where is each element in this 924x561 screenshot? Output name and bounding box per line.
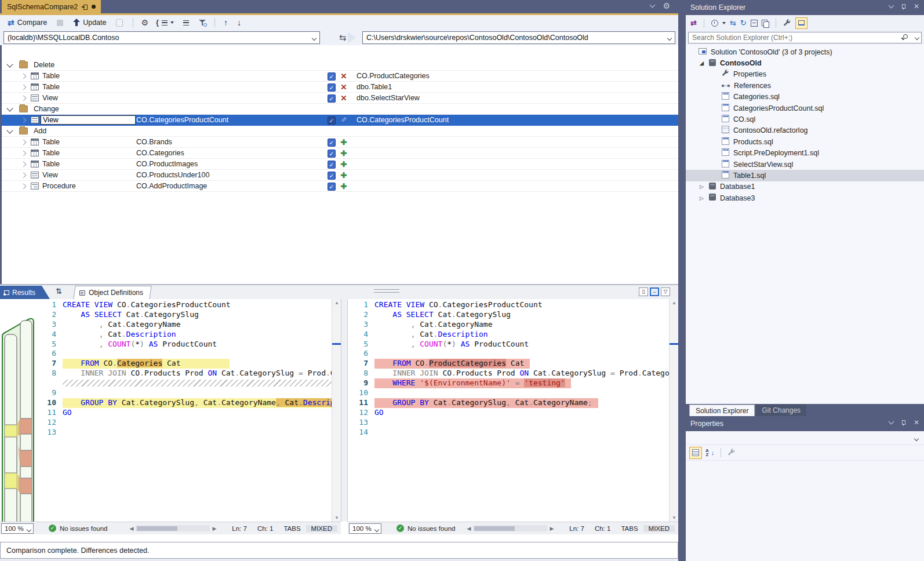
sync-with-active-document-icon[interactable]: ⇆	[730, 19, 736, 27]
tree-item-contosoold[interactable]: ◢ContosoOld	[686, 57, 924, 68]
tree-item-products-sql[interactable]: Products.sql	[686, 136, 924, 147]
pin-icon[interactable]	[901, 420, 906, 425]
collapse-all-icon[interactable]	[751, 20, 758, 27]
tree-item-database1[interactable]: ▷Database1	[686, 181, 924, 192]
group-row-delete[interactable]: Delete	[2, 60, 678, 71]
include-checkbox[interactable]: ✓	[328, 72, 336, 81]
chevron-collapsed-icon[interactable]: ▷	[700, 184, 704, 190]
pin-icon[interactable]	[901, 4, 906, 9]
panel-menu-chevron-icon[interactable]	[888, 419, 894, 425]
previous-difference-button[interactable]: ↑	[220, 18, 231, 27]
compare-row[interactable]: ProcedureCO.AddProductImage✓✚	[2, 181, 678, 192]
tab-solution-explorer[interactable]: Solution Explorer	[689, 405, 755, 416]
tree-item-categories-sql[interactable]: Categories.sql	[686, 92, 924, 103]
categorized-button[interactable]	[689, 447, 702, 459]
tree-item-contosoold-refactorlog[interactable]: ContosoOld.refactorlog	[686, 125, 924, 136]
zoom-level-dropdown[interactable]: 100 %	[349, 523, 381, 534]
chevron-right-icon[interactable]	[21, 140, 27, 145]
refresh-icon[interactable]: ↻	[740, 19, 747, 27]
right-editor-scrollbar[interactable]: ▲ ▼	[669, 299, 678, 522]
document-well-options-gear-icon[interactable]: ⚙	[663, 2, 670, 10]
properties-wrench-icon[interactable]	[783, 19, 791, 27]
tab-object-definitions[interactable]: Object Definitions	[73, 286, 151, 299]
group-row-add[interactable]: Add	[2, 126, 678, 137]
tree-item-solution-contosoold-3-of-3-projects[interactable]: Solution 'ContosoOld' (3 of 3 projects)	[686, 46, 924, 57]
chevron-right-icon[interactable]	[21, 151, 27, 156]
source-code-editor[interactable]: 1CREATE VIEW CO.CategoriesProductCount2 …	[36, 299, 332, 522]
scroll-left-icon[interactable]: ◀	[464, 526, 473, 531]
scroll-right-icon[interactable]: ▶	[547, 526, 556, 531]
tree-item-database3[interactable]: ▷Database3	[686, 192, 924, 203]
property-pages-wrench-icon[interactable]	[727, 449, 736, 457]
alphabetical-sort-icon[interactable]: AZ	[705, 449, 709, 457]
scrollbar-thumb[interactable]	[474, 526, 515, 531]
horizontal-scrollbar[interactable]: ◀ ▶	[464, 525, 556, 531]
chevron-collapsed-icon[interactable]: ▷	[700, 195, 704, 201]
scroll-down-icon[interactable]: ▼	[672, 515, 676, 520]
tree-item-table1-sql[interactable]: Table1.sql	[686, 170, 924, 181]
editor-splitter[interactable]	[341, 299, 348, 522]
tab-results[interactable]: Results	[0, 286, 50, 299]
left-editor-scrollbar[interactable]: ▲ ▼	[332, 299, 341, 522]
show-all-files-icon[interactable]	[762, 20, 769, 27]
close-icon[interactable]: ✕	[914, 3, 919, 9]
compare-row[interactable]: ViewCO.CategoriesProductCount✓✎CO.Catego…	[2, 115, 678, 126]
switch-views-icon[interactable]: ⇄	[690, 19, 697, 27]
include-checkbox[interactable]: ✓	[328, 116, 336, 125]
compare-row[interactable]: TableCO.Categories✓✚	[2, 148, 678, 159]
splitter-grip[interactable]	[374, 289, 399, 293]
group-row-change[interactable]: Change	[2, 104, 678, 115]
tree-item-properties[interactable]: Properties	[686, 69, 924, 80]
compare-row[interactable]: TableCO.ProductImages✓✚	[2, 159, 678, 170]
chevron-right-icon[interactable]	[21, 96, 27, 101]
next-difference-button[interactable]: ↓	[234, 18, 245, 27]
horizontal-split-button[interactable]: −	[650, 287, 659, 296]
search-input[interactable]	[688, 32, 922, 43]
tree-item-script-predeployment1-sql[interactable]: Script.PreDeployment1.sql	[686, 148, 924, 159]
window-divider[interactable]	[678, 0, 686, 561]
target-code-editor[interactable]: 1CREATE VIEW CO.CategoriesProductCount2 …	[348, 299, 669, 522]
chevron-down-icon[interactable]	[722, 22, 726, 24]
chevron-right-icon[interactable]	[21, 184, 27, 190]
filter-icon[interactable]	[199, 19, 206, 26]
update-button[interactable]: Update	[70, 17, 109, 28]
tree-item-co-sql[interactable]: CO.sql	[686, 114, 924, 125]
sort-lines-icon[interactable]	[183, 20, 189, 26]
document-tab[interactable]: SqlSchemaCompare2	[2, 0, 101, 13]
swap-panes-button[interactable]: ⇅	[56, 287, 62, 296]
compare-row[interactable]: Table✓✕dbo.Table1	[2, 82, 678, 93]
include-checkbox[interactable]: ✓	[328, 94, 336, 103]
properties-object-dropdown[interactable]	[686, 431, 924, 445]
pin-icon[interactable]	[82, 4, 88, 9]
target-dropdown[interactable]: C:\Users\drskwier\source\repos\ContosoOl…	[362, 31, 675, 44]
tree-item-selectstarview-sql[interactable]: SelectStarView.sql	[686, 159, 924, 170]
chevron-right-icon[interactable]	[21, 118, 27, 123]
options-gear-icon[interactable]: ⚙	[139, 18, 151, 27]
scroll-left-icon[interactable]: ◀	[127, 526, 136, 531]
scroll-down-icon[interactable]: ▼	[334, 515, 339, 520]
properties-titlebar[interactable]: Properties ✕	[686, 416, 924, 431]
include-checkbox[interactable]: ✓	[328, 172, 336, 180]
chevron-right-icon[interactable]	[21, 162, 27, 167]
chevron-right-icon[interactable]	[21, 74, 27, 79]
chevron-right-icon[interactable]	[21, 85, 27, 90]
chevron-right-icon[interactable]	[21, 173, 27, 178]
tab-git-changes[interactable]: Git Changes	[756, 405, 806, 416]
horizontal-scrollbar[interactable]: ◀ ▶	[127, 525, 219, 531]
zoom-level-dropdown[interactable]: 100 %	[1, 523, 34, 534]
group-by-button[interactable]: {	[153, 17, 177, 28]
include-checkbox[interactable]: ✓	[328, 161, 336, 169]
include-checkbox[interactable]: ✓	[328, 139, 336, 147]
preview-selected-items-button[interactable]	[795, 17, 807, 29]
tab-list-chevron-icon[interactable]	[650, 2, 656, 8]
tree-item-references[interactable]: References	[686, 80, 924, 91]
search-icon[interactable]	[903, 34, 908, 39]
scroll-right-icon[interactable]: ▶	[210, 526, 219, 531]
pending-changes-filter-icon[interactable]	[711, 20, 718, 27]
solution-explorer-titlebar[interactable]: Solution Explorer ✕	[686, 0, 924, 15]
include-checkbox[interactable]: ✓	[328, 83, 336, 92]
compare-row[interactable]: TableCO.Brands✓✚	[2, 137, 678, 148]
scroll-up-icon[interactable]: ▲	[334, 300, 339, 305]
chevron-down-icon[interactable]	[6, 105, 13, 111]
compare-row[interactable]: ViewCO.ProductsUnder100✓✚	[2, 170, 678, 181]
